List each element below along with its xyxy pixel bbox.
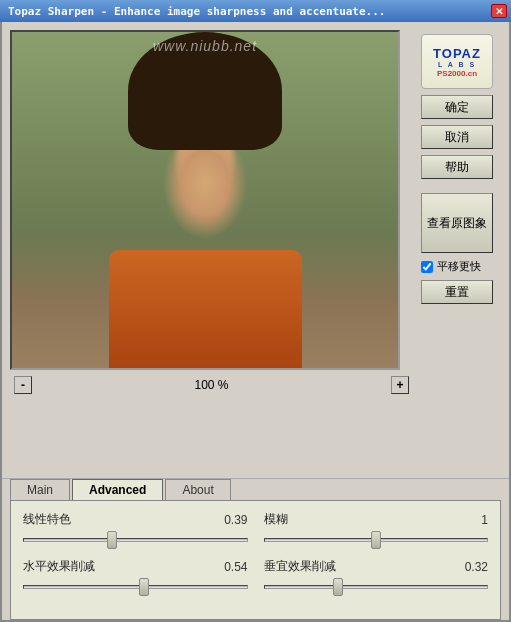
vertical-reduce-value: 0.32	[458, 560, 488, 574]
image-panel: www.niubb.net - 100 % +	[10, 30, 413, 470]
topaz-brand: TOPAZ	[433, 46, 481, 61]
blur-label: 模糊	[264, 511, 288, 528]
content-area: www.niubb.net - 100 % + TOPAZ L A B S PS…	[2, 22, 509, 478]
sliders-grid: 线性特色 0.39 模糊 1	[23, 511, 488, 597]
linear-texture-header: 线性特色 0.39	[23, 511, 248, 528]
zoom-bar: - 100 % +	[10, 374, 413, 396]
tab-main[interactable]: Main	[10, 479, 70, 500]
zoom-out-button[interactable]: -	[14, 376, 32, 394]
linear-texture-label: 线性特色	[23, 511, 71, 528]
smooth-checkbox-row: 平移更快	[421, 259, 501, 274]
horizontal-reduce-group: 水平效果削减 0.54	[23, 558, 248, 597]
view-original-button[interactable]: 查看原图象	[421, 193, 493, 253]
tab-advanced[interactable]: Advanced	[72, 479, 163, 500]
vertical-reduce-label: 垂宜效果削减	[264, 558, 336, 575]
title-bar: Topaz Sharpen - Enhance image sharpness …	[0, 0, 511, 22]
linear-texture-group: 线性特色 0.39	[23, 511, 248, 550]
linear-texture-slider[interactable]	[23, 538, 248, 542]
vertical-reduce-slider[interactable]	[264, 585, 489, 589]
smooth-checkbox[interactable]	[421, 261, 433, 273]
tabs-area: Main Advanced About 线性特色 0.39	[2, 478, 509, 620]
topaz-labs: L A B S	[438, 61, 476, 68]
title-bar-text: Topaz Sharpen - Enhance image sharpness …	[8, 5, 386, 18]
cancel-button[interactable]: 取消	[421, 125, 493, 149]
tab-row: Main Advanced About	[10, 479, 501, 500]
close-button[interactable]: ✕	[491, 4, 507, 18]
right-panel: TOPAZ L A B S PS2000.cn 确定 取消 帮助 查看原图象 平…	[421, 30, 501, 470]
vertical-reduce-group: 垂宜效果削减 0.32	[264, 558, 489, 597]
blur-slider[interactable]	[264, 538, 489, 542]
horizontal-reduce-header: 水平效果削减 0.54	[23, 558, 248, 575]
portrait-image	[12, 32, 398, 368]
confirm-button[interactable]: 确定	[421, 95, 493, 119]
topaz-sub: PS2000.cn	[437, 69, 477, 78]
tab-content-advanced: 线性特色 0.39 模糊 1	[10, 500, 501, 620]
linear-texture-track	[23, 530, 248, 550]
horizontal-reduce-value: 0.54	[218, 560, 248, 574]
vertical-reduce-track	[264, 577, 489, 597]
blur-track	[264, 530, 489, 550]
linear-texture-value: 0.39	[218, 513, 248, 527]
vertical-reduce-header: 垂宜效果削减 0.32	[264, 558, 489, 575]
topaz-logo: TOPAZ L A B S PS2000.cn	[421, 34, 493, 89]
image-preview: www.niubb.net	[10, 30, 400, 370]
main-window: www.niubb.net - 100 % + TOPAZ L A B S PS…	[0, 22, 511, 622]
horizontal-reduce-label: 水平效果削减	[23, 558, 95, 575]
zoom-in-button[interactable]: +	[391, 376, 409, 394]
help-button[interactable]: 帮助	[421, 155, 493, 179]
blur-header: 模糊 1	[264, 511, 489, 528]
horizontal-reduce-track	[23, 577, 248, 597]
blur-group: 模糊 1	[264, 511, 489, 550]
blur-value: 1	[458, 513, 488, 527]
reset-button[interactable]: 重置	[421, 280, 493, 304]
tab-about[interactable]: About	[165, 479, 230, 500]
smooth-label: 平移更快	[437, 259, 481, 274]
horizontal-reduce-slider[interactable]	[23, 585, 248, 589]
zoom-level: 100 %	[40, 378, 383, 392]
